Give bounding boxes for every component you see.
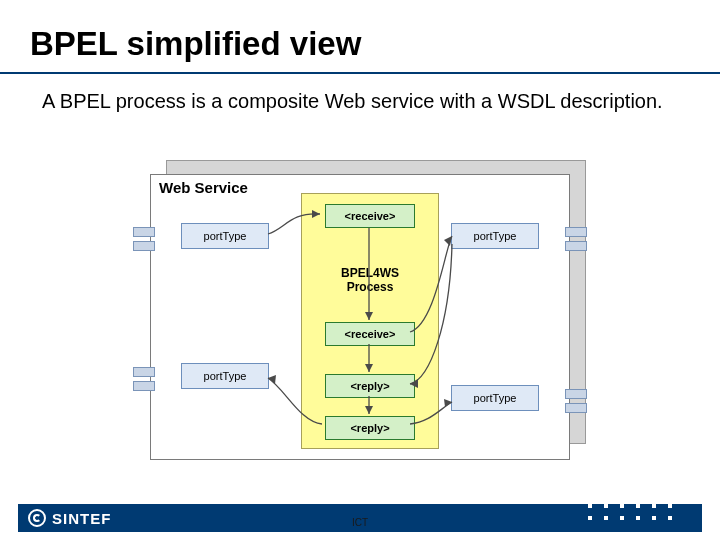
connector-stub xyxy=(133,367,155,377)
activity-reply-2: <reply> xyxy=(325,416,415,440)
footer-dot-grid xyxy=(588,492,676,524)
connector-stub xyxy=(133,381,155,391)
bpel-label-line1: BPEL4WS xyxy=(341,266,399,280)
bpel-process-box: <receive> BPEL4WS Process <receive> <rep… xyxy=(301,193,439,449)
connector-stub xyxy=(565,389,587,399)
port-type-left-1: portType xyxy=(181,223,269,249)
sintef-logo: SINTEF xyxy=(28,509,111,527)
connector-stub xyxy=(133,227,155,237)
connector-stub xyxy=(565,403,587,413)
sintef-logo-text: SINTEF xyxy=(52,510,111,527)
web-service-panel: Web Service <receive> BPEL4WS Process <r… xyxy=(150,174,570,460)
slide: BPEL simplified view A BPEL process is a… xyxy=(0,0,720,540)
connector-stub xyxy=(565,227,587,237)
bpel-label-line2: Process xyxy=(347,280,394,294)
body-text: A BPEL process is a composite Web servic… xyxy=(42,88,672,115)
port-type-right-2: portType xyxy=(451,385,539,411)
footer-center-label: ICT xyxy=(352,517,368,528)
diagram: Web Service <receive> BPEL4WS Process <r… xyxy=(150,160,586,460)
sintef-logo-icon xyxy=(28,509,46,527)
activity-receive-1: <receive> xyxy=(325,204,415,228)
connector-stub xyxy=(565,241,587,251)
activity-reply-1: <reply> xyxy=(325,374,415,398)
connector-stub xyxy=(133,241,155,251)
bpel-process-label: BPEL4WS Process xyxy=(302,267,438,295)
title-underline xyxy=(0,72,720,74)
port-type-right-1: portType xyxy=(451,223,539,249)
activity-receive-2: <receive> xyxy=(325,322,415,346)
slide-title: BPEL simplified view xyxy=(30,25,361,63)
port-type-left-2: portType xyxy=(181,363,269,389)
web-service-label: Web Service xyxy=(159,179,248,196)
